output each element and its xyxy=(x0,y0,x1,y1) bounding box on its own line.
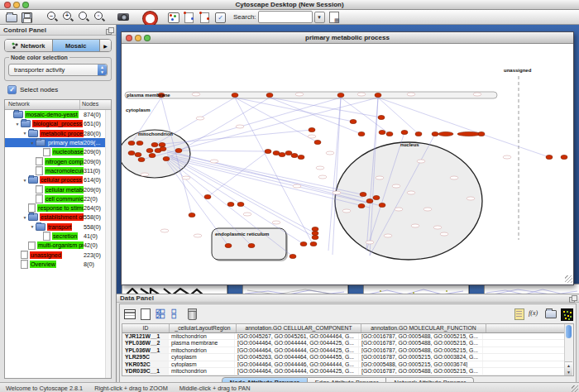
graph-node[interactable] xyxy=(379,130,385,134)
network-graph[interactable]: plasma membranecytoplasmmitochondrionnuc… xyxy=(122,44,572,284)
attribute-table[interactable]: ID_cellularLayoutRegionannotation.GO CEL… xyxy=(122,323,574,376)
select-nodes-checkbox[interactable]: ✓ xyxy=(7,85,17,94)
tab-network[interactable]: Network xyxy=(5,40,53,51)
frame-resize-grip[interactable] xyxy=(565,275,572,283)
graph-node[interactable] xyxy=(291,153,298,157)
function-builder-icon[interactable]: f(x) xyxy=(529,308,541,320)
network-overlay-icon[interactable] xyxy=(167,11,180,23)
edge[interactable] xyxy=(167,155,315,237)
disclosure-triangle[interactable]: ▼ xyxy=(22,215,28,220)
tree-row-mosaic-demo-yeast[interactable]: mosaic-demo-yeast874(0) xyxy=(5,110,111,119)
graph-node[interactable] xyxy=(378,115,385,119)
zoom-fit-content-icon[interactable]: ▫ xyxy=(93,11,106,23)
tree-row-unassigned[interactable]: unassigned223(0) xyxy=(5,250,111,259)
graph-node[interactable] xyxy=(290,254,296,258)
graph-node[interactable] xyxy=(285,151,292,155)
edge[interactable] xyxy=(333,98,341,255)
graph-node[interactable] xyxy=(248,243,255,247)
disclosure-triangle[interactable]: ▼ xyxy=(14,122,21,127)
region-plasma-membrane[interactable] xyxy=(125,92,497,98)
graph-node[interactable] xyxy=(415,131,422,136)
graph-node[interactable] xyxy=(438,131,453,136)
graph-node[interactable] xyxy=(237,202,244,206)
scrollbar-arrows[interactable]: ▲▼ xyxy=(565,361,572,375)
graph-node[interactable] xyxy=(151,142,158,146)
search-dropdown-button[interactable]: ▼ xyxy=(314,12,325,23)
table-row[interactable]: YLR295Ccytoplasm[GO:0045263, GO:0044464,… xyxy=(122,354,573,361)
graph-node[interactable] xyxy=(298,155,304,159)
tree-row-macromolecule[interactable]: macromolecule311(0) xyxy=(5,166,111,175)
unselect-attributes-icon[interactable]: ☐☐ xyxy=(170,308,183,320)
zoom-selected-region-icon[interactable] xyxy=(77,11,90,23)
import-attributes-icon[interactable] xyxy=(544,308,557,320)
edge[interactable] xyxy=(328,98,341,251)
table-row[interactable]: YDR039C__1mitochondrion[GO:0044464, GO:0… xyxy=(122,368,573,375)
graph-node[interactable] xyxy=(225,243,232,247)
column-header-3[interactable]: annotation.GO MOLECULAR_FUNCTION xyxy=(361,324,486,332)
graph-node[interactable] xyxy=(163,156,170,160)
network-frame-titlebar[interactable]: primary metabolic process xyxy=(122,32,573,44)
window-resize-grip[interactable] xyxy=(572,385,578,392)
graph-node[interactable] xyxy=(478,131,485,136)
edge[interactable] xyxy=(378,98,481,134)
graph-node[interactable] xyxy=(310,241,317,246)
graph-node[interactable] xyxy=(561,155,567,159)
graph-node[interactable] xyxy=(309,127,315,131)
tree-row-transport[interactable]: ▼transport558(0) xyxy=(5,222,111,232)
float-panel-icon[interactable] xyxy=(106,27,112,33)
graph-node[interactable] xyxy=(379,203,385,207)
vizmapper-nodes-icon[interactable] xyxy=(183,11,196,23)
tree-row-cellular-process[interactable]: ▼cellular process614(0) xyxy=(5,175,111,184)
tab-overflow-button[interactable]: ▶ xyxy=(100,40,111,51)
edge[interactable] xyxy=(167,154,315,233)
disclosure-triangle[interactable]: ▼ xyxy=(22,178,28,183)
vizmapper-edges-icon[interactable] xyxy=(199,11,212,23)
graph-node[interactable] xyxy=(265,149,271,153)
graph-node[interactable] xyxy=(300,241,307,246)
graph-node[interactable] xyxy=(160,146,166,151)
tree-row-secretion[interactable]: secretion41(0) xyxy=(5,232,111,241)
filter-icon[interactable]: ✓ xyxy=(214,11,227,23)
tree-row-establishment-of-lo[interactable]: ▼establishment of lo558(0) xyxy=(5,213,111,222)
table-row[interactable]: YKR052Ccytoplasm[GO:0044464, GO:0044446,… xyxy=(122,361,573,369)
edge[interactable] xyxy=(155,98,235,145)
graph-node[interactable] xyxy=(135,152,141,156)
region-nucleus[interactable] xyxy=(335,142,482,260)
tree-row-primary-metabo[interactable]: ▼primary metabo209(... xyxy=(5,138,111,147)
graph-node[interactable] xyxy=(159,142,165,146)
column-header-2[interactable]: annotation.GO CELLULAR_COMPONENT xyxy=(237,324,361,332)
disclosure-triangle[interactable]: ▼ xyxy=(29,224,36,229)
graph-node[interactable] xyxy=(128,151,135,155)
table-row[interactable]: YPL036W__2plasma membrane[GO:0044464, GO… xyxy=(122,340,573,347)
graph-node[interactable] xyxy=(360,192,366,196)
graph-node[interactable] xyxy=(227,202,234,206)
graph-node[interactable] xyxy=(279,152,285,156)
graph-node[interactable] xyxy=(375,93,381,97)
table-row[interactable]: YPL036W__1mitochondrion[GO:0044464, GO:0… xyxy=(122,347,573,355)
zoom-in-icon[interactable]: + xyxy=(61,11,74,23)
graph-node[interactable] xyxy=(128,141,135,145)
window-controls[interactable] xyxy=(4,2,29,8)
tree-row-biological-process[interactable]: ▼biological_process651(0) xyxy=(5,119,111,128)
create-attribute-icon[interactable] xyxy=(139,308,151,320)
graph-node[interactable] xyxy=(401,130,408,134)
delete-attributes-icon[interactable]: ☑☐☑☐ xyxy=(155,308,167,320)
graph-node[interactable] xyxy=(266,93,273,97)
disclosure-triangle[interactable]: ▼ xyxy=(29,141,36,146)
edge[interactable] xyxy=(235,98,353,122)
close-frame-button[interactable] xyxy=(126,35,132,41)
tree-column-network[interactable]: Network xyxy=(5,100,80,109)
minimize-window-button[interactable] xyxy=(13,2,20,8)
graph-node[interactable] xyxy=(312,227,318,231)
graph-node[interactable] xyxy=(358,131,365,136)
tree-row-nucleobase-[interactable]: nucleobase-209(0) xyxy=(5,147,111,156)
graph-node[interactable] xyxy=(373,195,380,199)
table-scrollbar[interactable]: ▲▼ xyxy=(564,324,573,375)
tree-column-nodes[interactable]: Nodes xyxy=(80,100,111,109)
table-row[interactable]: YJR121W__1mitochondrion[GO:0045267, GO:0… xyxy=(122,333,573,341)
edge[interactable] xyxy=(481,134,549,157)
tree-row-cell-communicat[interactable]: cell communicat22(0) xyxy=(5,194,111,203)
zoom-out-icon[interactable]: – xyxy=(45,11,59,23)
open-session-icon[interactable] xyxy=(5,11,18,23)
graph-node[interactable] xyxy=(358,203,365,208)
